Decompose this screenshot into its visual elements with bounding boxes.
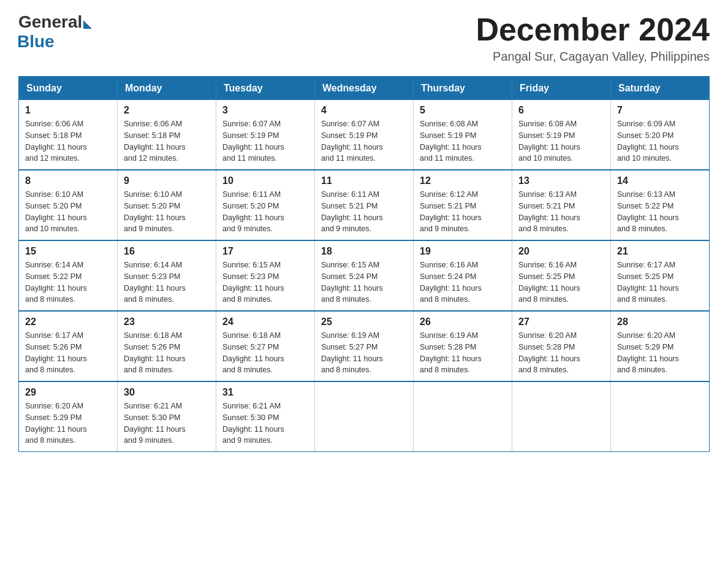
month-title: December 2024 bbox=[476, 12, 710, 47]
calendar-cell: 2Sunrise: 6:06 AMSunset: 5:18 PMDaylight… bbox=[118, 100, 216, 170]
day-number: 29 bbox=[25, 387, 111, 398]
day-info: Sunrise: 6:20 AMSunset: 5:29 PMDaylight:… bbox=[25, 400, 111, 446]
day-number: 9 bbox=[124, 175, 210, 186]
weekday-header-tuesday: Tuesday bbox=[216, 77, 315, 101]
day-info: Sunrise: 6:08 AMSunset: 5:19 PMDaylight:… bbox=[518, 118, 604, 164]
day-number: 22 bbox=[25, 316, 111, 327]
calendar-week-row: 1Sunrise: 6:06 AMSunset: 5:18 PMDaylight… bbox=[19, 100, 710, 170]
day-number: 14 bbox=[617, 175, 703, 186]
calendar-week-row: 15Sunrise: 6:14 AMSunset: 5:22 PMDayligh… bbox=[19, 240, 710, 311]
calendar-cell: 27Sunrise: 6:20 AMSunset: 5:28 PMDayligh… bbox=[512, 311, 611, 381]
weekday-header-saturday: Saturday bbox=[611, 77, 710, 101]
day-info: Sunrise: 6:07 AMSunset: 5:19 PMDaylight:… bbox=[222, 118, 308, 164]
day-info: Sunrise: 6:09 AMSunset: 5:20 PMDaylight:… bbox=[617, 118, 703, 164]
day-number: 8 bbox=[25, 175, 111, 186]
calendar-cell: 24Sunrise: 6:18 AMSunset: 5:27 PMDayligh… bbox=[216, 311, 315, 381]
calendar-cell: 23Sunrise: 6:18 AMSunset: 5:26 PMDayligh… bbox=[118, 311, 216, 381]
day-info: Sunrise: 6:10 AMSunset: 5:20 PMDaylight:… bbox=[124, 189, 210, 235]
calendar-cell: 20Sunrise: 6:16 AMSunset: 5:25 PMDayligh… bbox=[512, 240, 611, 311]
day-number: 30 bbox=[124, 387, 210, 398]
calendar-cell: 17Sunrise: 6:15 AMSunset: 5:23 PMDayligh… bbox=[216, 240, 315, 311]
day-number: 16 bbox=[124, 246, 210, 257]
calendar-cell: 7Sunrise: 6:09 AMSunset: 5:20 PMDaylight… bbox=[611, 100, 710, 170]
weekday-header-row: SundayMondayTuesdayWednesdayThursdayFrid… bbox=[19, 77, 710, 101]
day-info: Sunrise: 6:06 AMSunset: 5:18 PMDaylight:… bbox=[25, 118, 111, 164]
logo-blue-text: Blue bbox=[17, 32, 55, 52]
day-info: Sunrise: 6:15 AMSunset: 5:24 PMDaylight:… bbox=[321, 259, 407, 305]
weekday-header-friday: Friday bbox=[512, 77, 611, 101]
logo: General Blue bbox=[18, 12, 92, 52]
calendar-cell: 9Sunrise: 6:10 AMSunset: 5:20 PMDaylight… bbox=[118, 170, 216, 240]
logo-general-text: General bbox=[18, 12, 82, 32]
calendar-table: SundayMondayTuesdayWednesdayThursdayFrid… bbox=[18, 76, 710, 452]
day-info: Sunrise: 6:11 AMSunset: 5:21 PMDaylight:… bbox=[321, 189, 407, 235]
day-info: Sunrise: 6:07 AMSunset: 5:19 PMDaylight:… bbox=[321, 118, 407, 164]
day-number: 4 bbox=[321, 105, 407, 116]
calendar-cell: 28Sunrise: 6:20 AMSunset: 5:29 PMDayligh… bbox=[611, 311, 710, 381]
weekday-header-thursday: Thursday bbox=[414, 77, 512, 101]
day-number: 17 bbox=[222, 246, 308, 257]
day-number: 23 bbox=[124, 316, 210, 327]
day-info: Sunrise: 6:16 AMSunset: 5:25 PMDaylight:… bbox=[518, 259, 604, 305]
day-info: Sunrise: 6:17 AMSunset: 5:25 PMDaylight:… bbox=[617, 259, 703, 305]
calendar-cell: 25Sunrise: 6:19 AMSunset: 5:27 PMDayligh… bbox=[315, 311, 414, 381]
day-number: 12 bbox=[420, 175, 506, 186]
day-info: Sunrise: 6:11 AMSunset: 5:20 PMDaylight:… bbox=[222, 189, 308, 235]
day-number: 19 bbox=[420, 246, 506, 257]
calendar-cell: 4Sunrise: 6:07 AMSunset: 5:19 PMDaylight… bbox=[315, 100, 414, 170]
day-number: 1 bbox=[25, 105, 111, 116]
day-info: Sunrise: 6:14 AMSunset: 5:22 PMDaylight:… bbox=[25, 259, 111, 305]
calendar-cell: 6Sunrise: 6:08 AMSunset: 5:19 PMDaylight… bbox=[512, 100, 611, 170]
day-number: 3 bbox=[222, 105, 308, 116]
calendar-week-row: 29Sunrise: 6:20 AMSunset: 5:29 PMDayligh… bbox=[19, 381, 710, 452]
day-number: 13 bbox=[518, 175, 604, 186]
day-number: 21 bbox=[617, 246, 703, 257]
day-info: Sunrise: 6:17 AMSunset: 5:26 PMDaylight:… bbox=[25, 330, 111, 376]
day-number: 7 bbox=[617, 105, 703, 116]
day-info: Sunrise: 6:20 AMSunset: 5:29 PMDaylight:… bbox=[617, 330, 703, 376]
day-info: Sunrise: 6:18 AMSunset: 5:26 PMDaylight:… bbox=[124, 330, 210, 376]
page-header: General Blue December 2024 Pangal Sur, C… bbox=[18, 12, 710, 64]
weekday-header-wednesday: Wednesday bbox=[315, 77, 414, 101]
day-info: Sunrise: 6:19 AMSunset: 5:27 PMDaylight:… bbox=[321, 330, 407, 376]
calendar-cell bbox=[611, 381, 710, 452]
day-number: 24 bbox=[222, 316, 308, 327]
day-number: 25 bbox=[321, 316, 407, 327]
day-number: 11 bbox=[321, 175, 407, 186]
calendar-cell bbox=[512, 381, 611, 452]
day-info: Sunrise: 6:18 AMSunset: 5:27 PMDaylight:… bbox=[222, 330, 308, 376]
day-number: 15 bbox=[25, 246, 111, 257]
day-info: Sunrise: 6:13 AMSunset: 5:22 PMDaylight:… bbox=[617, 189, 703, 235]
day-info: Sunrise: 6:21 AMSunset: 5:30 PMDaylight:… bbox=[124, 400, 210, 446]
day-info: Sunrise: 6:19 AMSunset: 5:28 PMDaylight:… bbox=[420, 330, 506, 376]
day-info: Sunrise: 6:08 AMSunset: 5:19 PMDaylight:… bbox=[420, 118, 506, 164]
calendar-cell: 14Sunrise: 6:13 AMSunset: 5:22 PMDayligh… bbox=[611, 170, 710, 240]
calendar-cell: 29Sunrise: 6:20 AMSunset: 5:29 PMDayligh… bbox=[19, 381, 118, 452]
day-info: Sunrise: 6:16 AMSunset: 5:24 PMDaylight:… bbox=[420, 259, 506, 305]
day-info: Sunrise: 6:12 AMSunset: 5:21 PMDaylight:… bbox=[420, 189, 506, 235]
calendar-cell: 22Sunrise: 6:17 AMSunset: 5:26 PMDayligh… bbox=[19, 311, 118, 381]
day-number: 27 bbox=[518, 316, 604, 327]
day-number: 18 bbox=[321, 246, 407, 257]
day-number: 6 bbox=[518, 105, 604, 116]
logo-triangle-icon bbox=[83, 20, 92, 29]
day-info: Sunrise: 6:15 AMSunset: 5:23 PMDaylight:… bbox=[222, 259, 308, 305]
calendar-cell: 30Sunrise: 6:21 AMSunset: 5:30 PMDayligh… bbox=[118, 381, 216, 452]
day-number: 2 bbox=[124, 105, 210, 116]
calendar-cell: 10Sunrise: 6:11 AMSunset: 5:20 PMDayligh… bbox=[216, 170, 315, 240]
day-number: 20 bbox=[518, 246, 604, 257]
day-number: 28 bbox=[617, 316, 703, 327]
calendar-week-row: 8Sunrise: 6:10 AMSunset: 5:20 PMDaylight… bbox=[19, 170, 710, 240]
calendar-cell: 21Sunrise: 6:17 AMSunset: 5:25 PMDayligh… bbox=[611, 240, 710, 311]
day-number: 26 bbox=[420, 316, 506, 327]
day-info: Sunrise: 6:13 AMSunset: 5:21 PMDaylight:… bbox=[518, 189, 604, 235]
calendar-cell: 26Sunrise: 6:19 AMSunset: 5:28 PMDayligh… bbox=[414, 311, 512, 381]
calendar-week-row: 22Sunrise: 6:17 AMSunset: 5:26 PMDayligh… bbox=[19, 311, 710, 381]
day-info: Sunrise: 6:14 AMSunset: 5:23 PMDaylight:… bbox=[124, 259, 210, 305]
day-number: 31 bbox=[222, 387, 308, 398]
calendar-cell: 19Sunrise: 6:16 AMSunset: 5:24 PMDayligh… bbox=[414, 240, 512, 311]
weekday-header-sunday: Sunday bbox=[19, 77, 118, 101]
calendar-cell: 13Sunrise: 6:13 AMSunset: 5:21 PMDayligh… bbox=[512, 170, 611, 240]
calendar-cell: 5Sunrise: 6:08 AMSunset: 5:19 PMDaylight… bbox=[414, 100, 512, 170]
day-number: 5 bbox=[420, 105, 506, 116]
